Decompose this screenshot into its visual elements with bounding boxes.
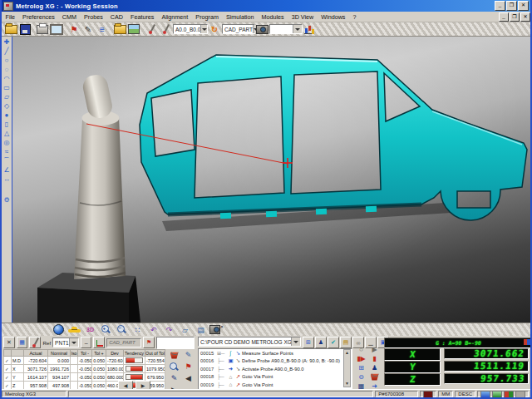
scroll-up-icon[interactable]: ▲: [345, 350, 349, 356]
program-step[interactable]: 00016├─ ▣ ➘ Define Probe A90.0_B-90.0 (A…: [199, 357, 352, 366]
child-restore-button[interactable]: ❐: [510, 12, 520, 22]
menu-program[interactable]: Program: [192, 13, 223, 21]
car-view-button[interactable]: [67, 324, 81, 336]
zoom-out-button[interactable]: −: [115, 324, 129, 336]
table-row[interactable]: ✓ M.D -720.604 0.000 -0.050 0.050 -720.6…: [4, 357, 165, 365]
program-scrollbar[interactable]: ▲ ▼: [343, 349, 351, 387]
row-checkbox[interactable]: ✓: [4, 357, 12, 365]
point-icon[interactable]: ✚: [2, 37, 12, 47]
annotate-button[interactable]: ✎: [81, 23, 95, 36]
flag-button[interactable]: ⚑: [67, 23, 81, 36]
menu-cmm[interactable]: CMM: [58, 13, 80, 21]
ellipse-icon[interactable]: ◌: [2, 65, 12, 74]
program-step-list[interactable]: 00015⊞─ ∫ ➘ Measure Surface Points 00016…: [198, 348, 352, 390]
probe-qualify-button[interactable]: [159, 23, 172, 36]
cmm-probe-column[interactable]: [37, 73, 140, 323]
settings-icon[interactable]: ⚙: [2, 195, 12, 204]
sphere-icon[interactable]: ●: [2, 111, 12, 120]
slot-icon[interactable]: ▭: [2, 83, 12, 92]
menu-preferences[interactable]: Preferences: [19, 13, 59, 21]
flag-feature-button[interactable]: ⚑: [181, 361, 195, 372]
annotate-feature-button[interactable]: ✎: [167, 372, 181, 384]
menu-probes[interactable]: Probes: [81, 13, 107, 21]
probe-select-button[interactable]: [29, 337, 41, 348]
status-mode[interactable]: DESC: [455, 391, 475, 397]
menu-3dview[interactable]: 3D View: [288, 13, 318, 21]
3d-viewport[interactable]: [12, 37, 532, 323]
feature-combo[interactable]: PNT1: [52, 337, 79, 347]
cone-icon[interactable]: △: [2, 129, 12, 138]
program-step[interactable]: 00015⊞─ ∫ ➘ Measure Surface Points: [199, 349, 352, 357]
flag-ref-button[interactable]: ⚑: [143, 337, 155, 348]
graph-status-icon[interactable]: [480, 391, 490, 398]
close-panel-button[interactable]: ✕: [3, 337, 15, 348]
camera-button[interactable]: [255, 23, 268, 36]
child-minimize-button[interactable]: _: [499, 12, 509, 22]
csys-button[interactable]: [93, 337, 105, 348]
rectangle-icon[interactable]: ▱: [2, 92, 12, 101]
menu-help[interactable]: ?: [349, 13, 360, 21]
program-step[interactable]: 00018├─ ⌂ ➚ Goto Via Point: [199, 373, 352, 382]
capture-close-button[interactable]: ✕: [209, 324, 224, 336]
close-button[interactable]: ✕: [518, 1, 529, 11]
maximize-button[interactable]: ❐: [506, 1, 517, 11]
dash-button[interactable]: –: [81, 337, 92, 348]
head-angle-combo[interactable]: A0.0_B0.0: [173, 24, 208, 34]
3d-mode-button[interactable]: 3D: [83, 324, 97, 336]
viewports-button[interactable]: ▤: [194, 324, 208, 336]
display-button[interactable]: [50, 23, 63, 36]
statistics-button[interactable]: [303, 23, 316, 36]
menu-features[interactable]: Features: [127, 13, 158, 21]
view-dropdown-icon[interactable]: [293, 25, 302, 33]
image-button[interactable]: [127, 23, 140, 36]
table-status-icon[interactable]: [492, 391, 502, 398]
value-input[interactable]: [156, 337, 195, 349]
edit-feature-button[interactable]: ✎: [181, 349, 195, 361]
child-close-button[interactable]: ✕: [520, 12, 530, 22]
show-points-button[interactable]: ∷: [131, 324, 145, 336]
distance-icon[interactable]: ↔: [2, 175, 12, 184]
angle-icon[interactable]: ∠: [2, 165, 12, 175]
prev-page-button[interactable]: ◀: [181, 372, 195, 384]
circle-icon[interactable]: ○: [2, 56, 12, 65]
list-button[interactable]: ≡: [96, 23, 109, 36]
program-path-combo[interactable]: C:\POUR CD DEMO METROLOG XG\DIVERS\MONTA…: [198, 337, 301, 347]
zoom-in-button[interactable]: +: [99, 324, 113, 336]
machine-status-icon[interactable]: [504, 391, 514, 398]
validate-icon[interactable]: ✔: [328, 337, 339, 348]
feature-dropdown-icon[interactable]: [69, 338, 78, 347]
menu-file[interactable]: File: [2, 13, 19, 21]
curve-icon[interactable]: ≈: [2, 147, 12, 156]
scroll-down-icon[interactable]: ▼: [345, 381, 349, 387]
clipping-plane-button[interactable]: ▱: [178, 324, 192, 336]
folder-icon[interactable]: ▤: [340, 337, 352, 348]
cylinder-icon[interactable]: ▯: [2, 120, 12, 129]
table-row[interactable]: ✓ X 3071.726 1991.726 -0.050 0.050 1080.…: [4, 365, 165, 373]
probe-button[interactable]: [145, 23, 158, 36]
row-checkbox[interactable]: ✓: [4, 365, 12, 373]
delete-feature-button[interactable]: [167, 349, 181, 361]
isometric-view-button[interactable]: [52, 324, 66, 336]
line-icon[interactable]: ╱: [2, 47, 12, 56]
menu-simulation[interactable]: Simulation: [222, 13, 258, 21]
row-checkbox[interactable]: ✓: [4, 373, 12, 382]
program-step[interactable]: 00019├─ ⌂ ➚ Goto Via Point: [199, 381, 352, 389]
arc-icon[interactable]: ◠: [2, 74, 12, 83]
grid-button[interactable]: ▦: [17, 337, 28, 348]
open-session-button[interactable]: [4, 23, 17, 36]
rotate-head-button[interactable]: ↻: [208, 23, 221, 36]
rotate-right-button[interactable]: ↷: [162, 324, 176, 336]
row-checkbox[interactable]: ✓: [4, 382, 12, 390]
view-combo[interactable]: [269, 24, 303, 34]
torus-icon[interactable]: ◎: [2, 138, 12, 147]
table-row[interactable]: ✓ Y 1614.107 934.107 -0.050 0.050 680.00…: [4, 373, 165, 382]
save-session-button[interactable]: [18, 23, 32, 36]
menu-modules[interactable]: Modules: [258, 13, 288, 21]
program-path-dropdown-icon[interactable]: [291, 337, 300, 346]
head-angle-dropdown-icon[interactable]: [200, 25, 207, 33]
zoom-feature-button[interactable]: [167, 361, 181, 372]
program-step[interactable]: 00017├─ ➜ ➘ Activate Probe A90.0_B-90.0: [199, 365, 352, 373]
car-body-model[interactable]: [140, 55, 527, 220]
menu-alignment[interactable]: Alignment: [158, 13, 192, 21]
part-combo[interactable]: CAD_PART: [222, 24, 255, 34]
